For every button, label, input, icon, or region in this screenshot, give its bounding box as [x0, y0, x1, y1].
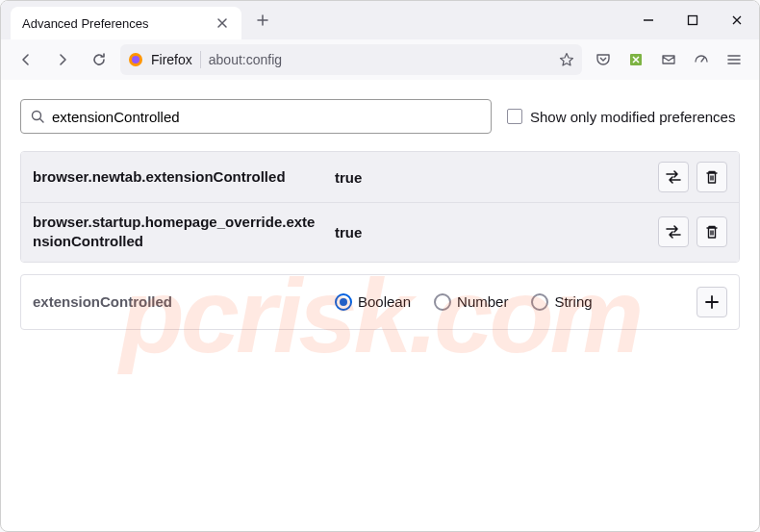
tab-title: Advanced Preferences [22, 16, 149, 31]
app-menu-button[interactable] [719, 44, 749, 75]
window-minimize-button[interactable] [626, 1, 671, 39]
radio-icon [531, 293, 548, 311]
radio-icon [434, 293, 451, 311]
radio-number[interactable]: Number [434, 293, 508, 311]
window-maximize-button[interactable] [671, 1, 715, 39]
window-close-button[interactable] [715, 1, 759, 39]
firefox-icon [128, 52, 143, 67]
url-text: about:config [209, 52, 282, 67]
preference-value: true [335, 169, 645, 186]
inbox-icon[interactable] [653, 44, 684, 75]
url-separator [200, 51, 201, 68]
close-tab-icon[interactable] [215, 15, 230, 31]
radio-label: Boolean [358, 293, 411, 310]
reload-button[interactable] [84, 44, 114, 75]
toggle-button[interactable] [658, 162, 689, 192]
extension-icon[interactable] [621, 44, 651, 75]
preference-name: browser.newtab.extensionControlled [33, 167, 321, 187]
preference-name: browser.startup.homepage_override.extens… [33, 213, 321, 252]
page-content: Show only modified preferences browser.n… [1, 80, 759, 349]
bookmark-star-icon[interactable] [559, 52, 574, 67]
new-tab-button[interactable] [249, 7, 276, 34]
navigation-toolbar: Firefox about:config [1, 39, 759, 80]
new-preference-name: extensionControlled [33, 293, 321, 310]
radio-icon [335, 293, 352, 311]
show-modified-checkbox[interactable]: Show only modified preferences [507, 109, 735, 125]
browser-tab[interactable]: Advanced Preferences [11, 7, 241, 39]
preference-search-box[interactable] [20, 99, 492, 134]
delete-button[interactable] [697, 162, 727, 192]
window-titlebar: Advanced Preferences [1, 1, 759, 39]
radio-boolean[interactable]: Boolean [335, 293, 411, 311]
search-icon [31, 110, 44, 123]
preference-value: true [335, 224, 645, 241]
svg-point-2 [132, 56, 139, 63]
dashboard-icon[interactable] [686, 44, 717, 75]
forward-button[interactable] [47, 44, 78, 75]
radio-label: Number [457, 293, 508, 310]
new-preference-row: extensionControlled Boolean Number Strin… [20, 274, 740, 330]
preference-row: browser.startup.homepage_override.extens… [21, 203, 739, 262]
radio-string[interactable]: String [531, 293, 592, 311]
radio-label: String [554, 293, 592, 310]
svg-rect-0 [689, 16, 697, 25]
preferences-list: browser.newtab.extensionControlled true … [20, 151, 740, 263]
checkbox-icon [507, 109, 522, 124]
search-input[interactable] [52, 109, 481, 125]
checkbox-label: Show only modified preferences [530, 109, 735, 125]
delete-button[interactable] [697, 216, 727, 247]
toggle-button[interactable] [658, 216, 689, 247]
add-button[interactable] [697, 287, 727, 317]
type-radio-group: Boolean Number String [335, 293, 683, 311]
preference-row: browser.newtab.extensionControlled true [21, 152, 739, 203]
url-bar[interactable]: Firefox about:config [120, 44, 582, 75]
back-button[interactable] [11, 44, 41, 75]
url-identity: Firefox [151, 52, 192, 67]
pocket-button[interactable] [588, 44, 619, 75]
